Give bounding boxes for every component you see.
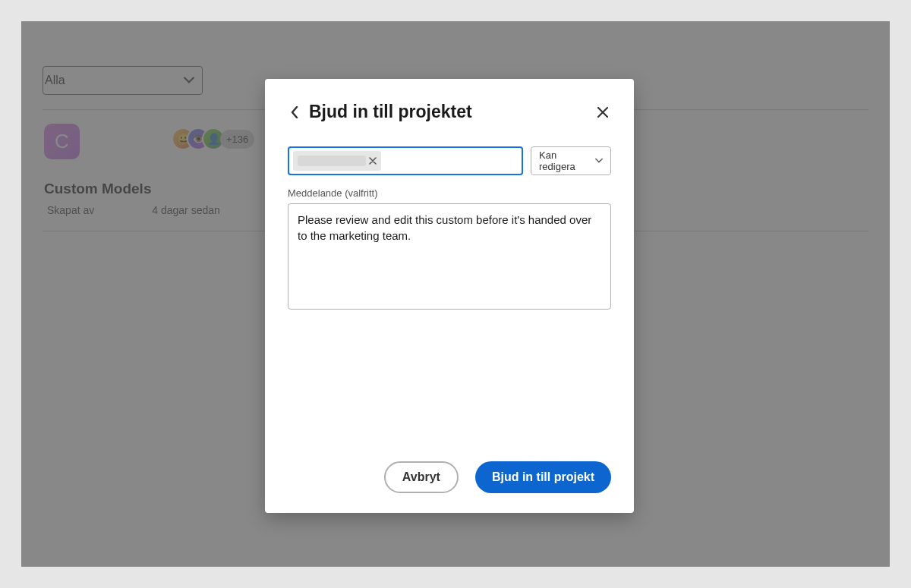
permission-label: Kan redigera [539, 149, 595, 172]
recipient-row: Kan redigera [288, 146, 611, 175]
chevron-left-icon [291, 106, 298, 118]
message-field-label: Meddelande (valfritt) [288, 187, 611, 199]
recipient-chip[interactable] [293, 151, 381, 171]
back-button[interactable] [288, 106, 301, 118]
modal-footer: Avbryt Bjud in till projekt [288, 446, 611, 493]
message-textarea[interactable] [288, 203, 611, 310]
close-icon [597, 107, 608, 118]
chip-remove-button[interactable] [369, 157, 377, 165]
close-button[interactable] [594, 107, 611, 118]
modal-header: Bjud in till projektet [288, 102, 611, 122]
close-icon [369, 157, 377, 165]
redacted-recipient [298, 156, 366, 166]
permission-select[interactable]: Kan redigera [531, 146, 611, 175]
recipient-input[interactable] [288, 146, 523, 175]
invite-modal: Bjud in till projektet Kan redigera Medd… [265, 79, 634, 513]
invite-button[interactable]: Bjud in till projekt [475, 461, 611, 493]
cancel-button[interactable]: Avbryt [384, 461, 459, 493]
modal-title: Bjud in till projektet [309, 102, 587, 122]
chevron-down-icon [595, 158, 603, 164]
